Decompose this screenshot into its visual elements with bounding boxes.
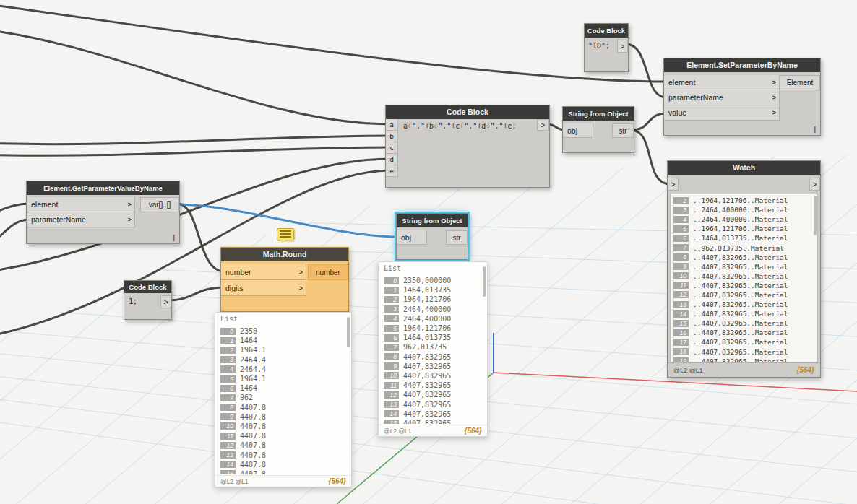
port-label: element [668,78,695,87]
row-value: ..4407,832965..Material [693,357,788,362]
lacing-indicator[interactable]: | [814,126,816,133]
output-port-var[interactable]: var[]..[] [140,197,179,212]
lacing-levels-label[interactable]: @L2 @L1 [384,427,412,435]
list-item: 3 2464,400000 [384,305,483,314]
node-title[interactable]: String from Object [563,107,634,121]
port-chevron-icon[interactable]: > [125,216,134,223]
row-value: ..4407,832965..Material [693,263,788,271]
node-title[interactable]: Element.GetParameterValueByName [27,181,179,195]
preview-list[interactable]: 0 2350,000000 1 1464,013735 2 1964,12170… [384,276,483,424]
wire-to-getparam-paramname[interactable] [0,220,29,248]
lacing-levels-label[interactable]: @L2 @L1 [220,478,249,485]
node-string-from-object-selected[interactable]: String from Object obj str [396,213,468,260]
port-chevron-icon[interactable]: > [770,109,779,116]
node-watch[interactable]: Watch > > 2 ..1964,121706..Material 3 ..… [667,160,821,378]
code-text[interactable]: "ID"; [588,42,610,50]
node-math-round[interactable]: Math.Round number > digits > number [220,247,349,312]
node-title[interactable]: Code Block [124,281,171,293]
output-port[interactable]: > [617,40,628,53]
output-port-number[interactable]: number [308,264,348,280]
input-port-obj[interactable]: obj [563,123,593,138]
row-value: ..4407,832965..Material [693,329,788,336]
output-port-str[interactable]: str [612,123,634,138]
node-get-parameter-value-by-name[interactable]: Element.GetParameterValueByName element … [26,181,180,244]
row-index: 13 [384,401,399,408]
node-set-parameter-by-name[interactable]: Element.SetParameterByName element > par… [663,58,821,136]
watch-input-port[interactable]: > [668,178,679,191]
node-title[interactable]: Math.Round [221,248,348,261]
port-label: a [389,121,394,129]
node-title[interactable]: String from Object [397,214,468,227]
port-chevron-icon[interactable]: > [770,94,779,101]
input-port[interactable]: element > [27,197,135,212]
lacing-indicator[interactable]: | [173,234,175,241]
row-value: ..4407,832965..Material [693,272,788,280]
code-text[interactable]: 1; [129,297,137,305]
port-chevron-icon[interactable]: > [296,284,306,292]
port-chevron-icon[interactable]: > [125,201,134,208]
input-port[interactable]: a [386,119,398,131]
row-value: ..4407,832965..Material [693,338,788,346]
list-count: {564} [797,366,814,374]
row-value: 2464,400000 [403,315,451,323]
watch-list[interactable]: 2 ..1964,121706..Material 3 ..2464,40000… [670,194,818,362]
input-port[interactable]: digits > [221,280,306,296]
watch-row: 11 ..4407,832965..Material [673,281,817,290]
preview-list[interactable]: 0 2350 1 1464 2 1964.1 3 2464.4 4 2464.4… [220,326,347,474]
wire-to-getparam-element[interactable] [0,204,29,215]
input-port[interactable]: d [386,154,398,165]
node-code-block-concat[interactable]: Code Block a b c d e a+"."+b+"."+c+"."+d… [385,105,550,188]
port-chevron-icon[interactable]: > [296,269,306,276]
output-port[interactable]: > [160,295,171,308]
scrollbar-thumb[interactable] [347,317,350,347]
input-port[interactable]: parameterName > [664,90,780,105]
node-string-from-object-top[interactable]: String from Object obj str [562,106,634,153]
watch-row: 8 ..4407,832965..Material [673,253,817,262]
code-text[interactable]: a+"."+b+"."+c+"."+d+"."+e; [403,122,517,130]
preview-title: List [215,313,351,323]
row-value: ..4407,832965..Material [693,319,788,327]
row-value: 2464.4 [240,356,266,364]
wire-to-codeblock-a[interactable] [0,29,390,124]
lacing-levels-label[interactable]: @L2 @L1 [673,367,703,374]
wire-to-element-input[interactable] [0,3,666,82]
wire-id-to-paramname[interactable] [626,44,666,97]
input-port-obj[interactable]: obj [397,230,427,245]
watch-row: 2 ..1964,121706..Material [673,196,817,205]
output-port-element[interactable]: Element [780,75,820,90]
input-port[interactable]: parameterName > [27,212,135,227]
row-index: 3 [220,356,236,363]
node-title[interactable]: Watch [668,161,820,175]
port-chevron-icon[interactable]: > [770,79,779,86]
watch-output-port[interactable]: > [809,178,820,191]
wire-to-codeblock-b[interactable] [0,136,390,144]
row-value: ..4407,832965..Material [693,348,788,356]
scrollbar-thumb[interactable] [814,196,817,235]
node-code-block-id[interactable]: Code Block "ID"; > [584,23,629,72]
input-port[interactable]: value > [664,105,780,121]
wire-one-to-round-digits[interactable] [169,287,224,300]
warning-note-icon[interactable] [277,228,294,240]
wire-str-to-watch[interactable] [632,130,671,184]
row-index: 18 [673,348,689,355]
list-item: 10 4407,832965 [384,371,483,381]
node-title[interactable]: Code Block [386,105,549,119]
input-port[interactable]: element > [664,75,780,90]
scrollbar-thumb[interactable] [483,266,486,297]
wire-to-codeblock-c[interactable] [0,147,390,155]
output-port-str[interactable]: str [446,230,468,245]
list-item: 0 2350 [220,326,347,336]
input-port[interactable]: number > [221,264,306,280]
row-index: 5 [220,375,236,383]
preview-bubble-round: List 0 2350 1 1464 2 1964.1 3 2464.4 4 2… [215,312,352,487]
input-port[interactable]: e [386,165,398,177]
node-title[interactable]: Code Block [585,24,628,38]
node-code-block-one[interactable]: Code Block 1; > [124,280,172,320]
dynamo-canvas[interactable]: { "glyphs": { "chevron": ">", "lacing": … [0,0,857,504]
input-port[interactable]: b [386,131,398,142]
output-port[interactable]: > [537,119,549,131]
node-title[interactable]: Element.SetParameterByName [664,58,820,72]
row-index: 7 [673,244,689,251]
wire-str-to-value[interactable] [632,113,666,130]
input-port[interactable]: c [386,142,398,154]
